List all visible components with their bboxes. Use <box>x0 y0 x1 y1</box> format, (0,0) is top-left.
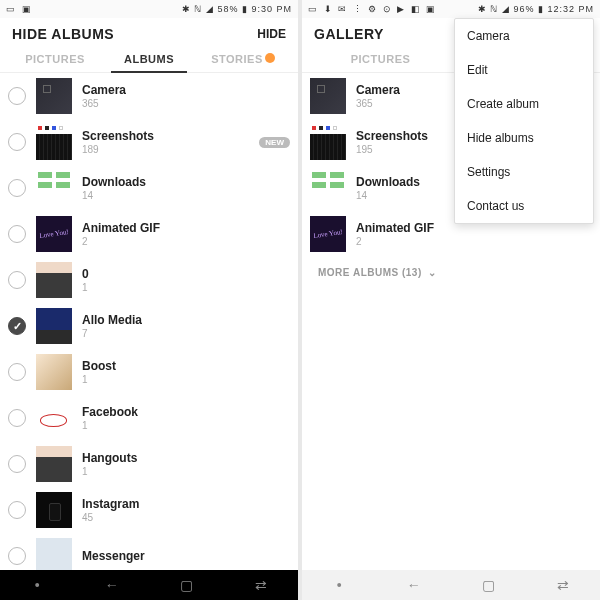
album-thumbnail <box>310 124 346 160</box>
select-checkbox[interactable] <box>8 363 26 381</box>
select-checkbox[interactable] <box>8 455 26 473</box>
album-count: 45 <box>82 512 290 523</box>
album-row[interactable]: Allo Media7 <box>0 303 298 349</box>
select-checkbox[interactable] <box>8 501 26 519</box>
nav-home-icon[interactable]: ▢ <box>468 577 508 593</box>
album-name: Animated GIF <box>82 221 290 235</box>
album-thumbnail <box>36 308 72 344</box>
tab-label: ALBUMS <box>124 53 174 65</box>
header: HIDE ALBUMS HIDE <box>0 18 298 46</box>
select-checkbox[interactable] <box>8 133 26 151</box>
tab-label: STORIES <box>211 53 263 65</box>
album-thumbnail <box>36 78 72 114</box>
nav-bar: • ← ▢ ⇄ <box>302 570 600 600</box>
album-name: Messenger <box>82 549 290 563</box>
select-checkbox[interactable] <box>8 317 26 335</box>
album-thumbnail <box>36 262 72 298</box>
album-name: Boost <box>82 359 290 373</box>
tab-label: PICTURES <box>25 53 85 65</box>
album-row[interactable]: Boost1 <box>0 349 298 395</box>
album-name: Downloads <box>82 175 290 189</box>
nav-home-icon[interactable]: ▢ <box>166 577 206 593</box>
status-right-icons: ✱ ℕ ◢ 58% ▮ 9:30 PM <box>182 4 292 14</box>
album-thumbnail <box>36 216 72 252</box>
tab-albums[interactable]: ALBUMS <box>102 46 196 72</box>
album-count: 1 <box>82 374 290 385</box>
album-name: Screenshots <box>82 129 253 143</box>
select-checkbox[interactable] <box>8 179 26 197</box>
nav-back-icon[interactable]: ← <box>92 577 132 593</box>
album-row[interactable]: Instagram45 <box>0 487 298 533</box>
album-row[interactable]: Hangouts1 <box>0 441 298 487</box>
album-name: Allo Media <box>82 313 290 327</box>
album-count: 189 <box>82 144 253 155</box>
menu-item-camera[interactable]: Camera <box>455 19 593 53</box>
nav-recent-icon[interactable]: ⇄ <box>241 577 281 593</box>
menu-item-hide-albums[interactable]: Hide albums <box>455 121 593 155</box>
album-row[interactable]: Screenshots189NEW <box>0 119 298 165</box>
select-checkbox[interactable] <box>8 87 26 105</box>
more-label: MORE ALBUMS (13) <box>318 267 422 278</box>
album-count: 2 <box>356 236 592 247</box>
nav-recent-icon[interactable]: ⇄ <box>543 577 583 593</box>
tab-label: PICTURES <box>351 53 411 65</box>
album-thumbnail <box>36 170 72 206</box>
album-count: 7 <box>82 328 290 339</box>
album-thumbnail <box>36 400 72 436</box>
album-thumbnail <box>310 216 346 252</box>
page-title: HIDE ALBUMS <box>12 26 114 42</box>
nav-back-icon[interactable]: ← <box>394 577 434 593</box>
menu-item-contact-us[interactable]: Contact us <box>455 189 593 223</box>
album-list[interactable]: Camera365Screenshots189NEWDownloads14Ani… <box>0 73 298 570</box>
chevron-down-icon: ⌄ <box>428 267 437 278</box>
nav-dot[interactable]: • <box>17 577 57 593</box>
tab-pictures[interactable]: PICTURES <box>8 46 102 72</box>
tab-pictures[interactable]: PICTURES <box>310 46 451 72</box>
album-thumbnail <box>36 446 72 482</box>
album-count: 2 <box>82 236 290 247</box>
album-name: Camera <box>82 83 290 97</box>
menu-item-create-album[interactable]: Create album <box>455 87 593 121</box>
album-row[interactable]: Facebook1 <box>0 395 298 441</box>
new-badge-icon <box>265 53 275 63</box>
status-right-icons: ✱ ℕ ◢ 96% ▮ 12:32 PM <box>478 4 594 14</box>
album-name: Instagram <box>82 497 290 511</box>
album-thumbnail <box>36 354 72 390</box>
select-checkbox[interactable] <box>8 409 26 427</box>
album-name: 0 <box>82 267 290 281</box>
select-checkbox[interactable] <box>8 225 26 243</box>
tab-stories[interactable]: STORIES <box>196 46 290 72</box>
album-thumbnail <box>36 538 72 570</box>
status-left-icons: ▭ ▣ <box>6 4 33 14</box>
nav-dot[interactable]: • <box>319 577 359 593</box>
album-count: 1 <box>82 466 290 477</box>
album-thumbnail <box>310 78 346 114</box>
album-thumbnail <box>36 124 72 160</box>
album-count: 365 <box>82 98 290 109</box>
album-row[interactable]: Messenger <box>0 533 298 570</box>
album-name: Hangouts <box>82 451 290 465</box>
album-row[interactable]: Camera365 <box>0 73 298 119</box>
page-title: GALLERY <box>314 26 384 42</box>
new-pill: NEW <box>259 137 290 148</box>
select-checkbox[interactable] <box>8 271 26 289</box>
album-row[interactable]: Downloads14 <box>0 165 298 211</box>
album-row[interactable]: Animated GIF2 <box>0 211 298 257</box>
phone-left-hide-albums: ▭ ▣ ✱ ℕ ◢ 58% ▮ 9:30 PM HIDE ALBUMS HIDE… <box>0 0 298 600</box>
select-checkbox[interactable] <box>8 547 26 565</box>
status-bar: ▭ ▣ ✱ ℕ ◢ 58% ▮ 9:30 PM <box>0 0 298 18</box>
album-count: 1 <box>82 420 290 431</box>
more-albums-button[interactable]: MORE ALBUMS (13)⌄ <box>302 257 600 288</box>
overflow-menu: CameraEditCreate albumHide albumsSetting… <box>454 18 594 224</box>
menu-item-edit[interactable]: Edit <box>455 53 593 87</box>
menu-item-settings[interactable]: Settings <box>455 155 593 189</box>
status-left-icons: ▭ ⬇ ✉ ⋮ ⚙ ⊙ ▶ ◧ ▣ <box>308 4 437 14</box>
tabs: PICTURES ALBUMS STORIES <box>0 46 298 73</box>
album-name: Facebook <box>82 405 290 419</box>
status-bar: ▭ ⬇ ✉ ⋮ ⚙ ⊙ ▶ ◧ ▣ ✱ ℕ ◢ 96% ▮ 12:32 PM <box>302 0 600 18</box>
hide-button[interactable]: HIDE <box>257 27 286 41</box>
album-row[interactable]: 01 <box>0 257 298 303</box>
nav-bar: • ← ▢ ⇄ <box>0 570 298 600</box>
album-count: 14 <box>82 190 290 201</box>
album-thumbnail <box>36 492 72 528</box>
